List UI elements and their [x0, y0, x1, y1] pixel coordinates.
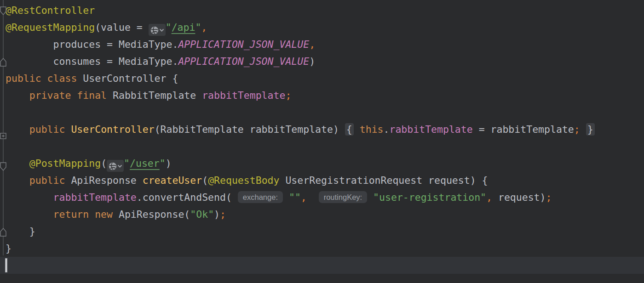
code-token: ;	[220, 209, 226, 220]
code-token: )	[214, 209, 220, 220]
code-line[interactable]	[6, 257, 644, 274]
parameter-inlay-hint: exchange:	[238, 191, 283, 203]
code-line[interactable]: }	[6, 240, 644, 257]
code-token: "	[195, 22, 201, 33]
code-line[interactable]: @RestController	[6, 2, 644, 19]
chevron-down-icon	[117, 164, 122, 168]
code-token: this	[360, 124, 384, 135]
code-token: (	[101, 158, 107, 169]
code-line[interactable]: consumes = MediaType.APPLICATION_JSON_VA…	[6, 53, 644, 70]
url-globe-button[interactable]	[149, 24, 166, 36]
code-token: "user-registration"	[373, 192, 486, 203]
code-token	[6, 90, 29, 101]
code-token	[580, 124, 586, 135]
code-token: UserRegistrationRequest request) {	[279, 175, 488, 186]
code-token: )	[309, 56, 315, 67]
code-editor[interactable]: @RestController@RequestMapping(value = "…	[0, 0, 644, 283]
fold-start-marker[interactable]	[0, 4, 6, 21]
code-token: request)	[492, 192, 546, 203]
code-token	[6, 158, 29, 169]
code-token: rabbitTemplate	[202, 90, 285, 101]
code-token	[367, 192, 373, 203]
code-token: RabbitTemplate	[107, 90, 202, 101]
code-token: UserController {	[77, 73, 178, 84]
code-token: @RestController	[6, 5, 95, 16]
code-token: @PostMapping	[29, 158, 101, 169]
code-token: APPLICATION_JSON_VALUE	[178, 56, 309, 67]
code-token: ,	[301, 192, 307, 203]
code-token: /user	[130, 158, 160, 169]
code-token: "Ok"	[190, 209, 214, 220]
code-token: ApiResponse	[65, 175, 142, 186]
code-token: ;	[285, 90, 291, 101]
code-token	[6, 124, 29, 135]
code-token: ApiResponse(	[113, 209, 190, 220]
code-line[interactable]: public ApiResponse createUser(@RequestBo…	[6, 172, 644, 189]
code-token	[283, 192, 289, 203]
code-token: public	[29, 175, 65, 186]
code-token: (RabbitTemplate rabbitTemplate)	[155, 124, 345, 135]
code-token: }	[6, 243, 12, 254]
code-token: @RequestMapping	[6, 22, 95, 33]
chevron-down-icon	[159, 28, 164, 32]
code-token: private final	[29, 90, 107, 101]
code-token	[354, 124, 360, 135]
code-line[interactable]: @PostMapping("/user")	[6, 155, 644, 172]
code-line[interactable]: }	[6, 223, 644, 240]
fold-collapsed-marker[interactable]	[0, 127, 6, 144]
code-line[interactable]: return new ApiResponse("Ok");	[6, 206, 644, 223]
code-token: "	[166, 22, 172, 33]
fold-start-marker[interactable]	[0, 159, 6, 176]
code-token: UserController	[71, 124, 154, 135]
folded-brace: {	[345, 123, 354, 136]
code-token: rabbitTemplate	[53, 192, 137, 203]
code-line[interactable]	[6, 138, 644, 155]
code-token	[65, 124, 71, 135]
code-line[interactable]	[6, 104, 644, 121]
fold-end-marker[interactable]	[0, 225, 6, 242]
code-line[interactable]: rabbitTemplate.convertAndSend( exchange:…	[6, 189, 644, 206]
code-line[interactable]: public class UserController {	[6, 70, 644, 87]
code-token	[6, 192, 53, 203]
code-token	[6, 209, 53, 220]
code-token: "	[160, 158, 166, 169]
code-token: (value =	[95, 22, 149, 33]
url-globe-button[interactable]	[107, 160, 124, 172]
code-area[interactable]: @RestController@RequestMapping(value = "…	[6, 2, 644, 274]
code-token: ,	[486, 192, 492, 203]
code-token: "	[124, 158, 130, 169]
code-line[interactable]: public UserController(RabbitTemplate rab…	[6, 121, 644, 138]
code-token: ,	[201, 22, 207, 33]
code-token: produces = MediaType.	[6, 39, 178, 50]
code-token: .	[384, 124, 390, 135]
fold-end-marker[interactable]	[0, 55, 6, 72]
code-token	[6, 175, 29, 186]
code-token: consumes = MediaType.	[6, 56, 178, 67]
code-token: public class	[6, 73, 77, 84]
folded-brace: }	[586, 123, 595, 136]
code-token: /api	[172, 22, 196, 33]
code-token: )	[166, 158, 172, 169]
parameter-inlay-hint: routingKey:	[319, 191, 367, 203]
code-line[interactable]: produces = MediaType.APPLICATION_JSON_VA…	[6, 36, 644, 53]
code-token: ""	[289, 192, 301, 203]
code-token: public	[29, 124, 65, 135]
code-token: @RequestBody	[208, 175, 279, 186]
code-token: APPLICATION_JSON_VALUE	[178, 39, 309, 50]
code-token	[307, 192, 319, 203]
globe-icon	[150, 26, 159, 35]
code-line[interactable]: @RequestMapping(value = "/api",	[6, 19, 644, 36]
code-token: .convertAndSend(	[137, 192, 238, 203]
code-token: createUser	[143, 175, 202, 186]
code-token: rabbitTemplate	[389, 124, 472, 135]
code-token: ;	[574, 124, 580, 135]
code-token: = rabbitTemplate	[473, 124, 574, 135]
code-token: return new	[53, 209, 113, 220]
code-token: ,	[309, 39, 315, 50]
code-token: }	[6, 226, 35, 237]
globe-icon	[108, 162, 117, 171]
code-token: ;	[546, 192, 552, 203]
code-line[interactable]: private final RabbitTemplate rabbitTempl…	[6, 87, 644, 104]
code-token: (	[202, 175, 208, 186]
